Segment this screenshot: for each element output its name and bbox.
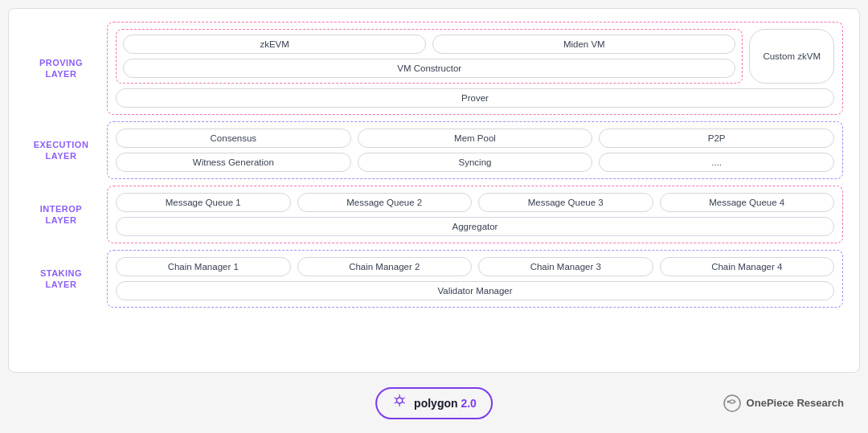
execution-layer-row: EXECUTIONLAYER Consensus Mem Pool P2P Wi… [25,121,843,179]
miden-vm-box: Miden VM [432,35,735,54]
aggregator-box: Aggregator [116,217,834,236]
staking-layer-row: STAKINGLAYER Chain Manager 1 Chain Manag… [25,250,843,308]
execution-row1: Consensus Mem Pool P2P [116,129,834,148]
execution-layer-label: EXECUTIONLAYER [25,139,97,162]
message-queue-1-box: Message Queue 1 [116,193,291,212]
execution-layer-content: Consensus Mem Pool P2P Witness Generatio… [107,121,843,179]
staking-layer-content: Chain Manager 1 Chain Manager 2 Chain Ma… [107,250,843,308]
svg-point-1 [727,400,729,402]
polygon-icon [391,394,407,413]
polygon-badge: polygon 2.0 [375,387,493,419]
chain-manager-2-box: Chain Manager 2 [297,257,473,276]
proving-layer-row: PROVINGLAYER zkEVM Miden VM VM Construct… [25,22,843,115]
polygon-text: polygon 2.0 [414,397,477,410]
footer: polygon 2.0 OnePiece Research [8,381,860,425]
interop-queues-row: Message Queue 1 Message Queue 2 Message … [116,193,834,212]
main-diagram: PROVINGLAYER zkEVM Miden VM VM Construct… [8,8,860,373]
chain-manager-1-box: Chain Manager 1 [116,257,291,276]
execution-row2: Witness Generation Syncing .... [116,153,834,172]
consensus-box: Consensus [116,129,351,148]
chain-managers-row: Chain Manager 1 Chain Manager 2 Chain Ma… [116,257,834,276]
proving-left-group: zkEVM Miden VM VM Constructor [116,29,743,84]
vm-constructor-row: VM Constructor [123,59,735,78]
p2p-box: P2P [599,129,834,148]
interop-layer-label: INTEROPLAYER [25,203,97,227]
syncing-box: Syncing [358,153,593,172]
validator-manager-row: Validator Manager [116,281,834,300]
proving-layer-label: PROVINGLAYER [25,57,97,80]
chain-manager-3-box: Chain Manager 3 [478,257,653,276]
chain-manager-4-box: Chain Manager 4 [660,257,835,276]
staking-layer-label: STAKINGLAYER [25,268,97,291]
onepiece-icon [723,394,742,413]
mem-pool-box: Mem Pool [358,129,593,148]
prover-row: Prover [116,88,834,108]
proving-layer-content: zkEVM Miden VM VM Constructor Custom zkV… [107,22,843,115]
custom-zk-vm-box: Custom zkVM [749,29,834,84]
message-queue-4-box: Message Queue 4 [660,193,835,212]
vm-constructor-box: VM Constructor [123,59,735,78]
onepiece-research-text: OnePiece Research [747,397,844,409]
interop-layer-row: INTEROPLAYER Message Queue 1 Message Que… [25,186,843,243]
proving-top-section: zkEVM Miden VM VM Constructor Custom zkV… [116,29,834,84]
zkevm-box: zkEVM [123,35,426,54]
interop-layer-content: Message Queue 1 Message Queue 2 Message … [107,186,843,243]
validator-manager-box: Validator Manager [116,281,834,300]
message-queue-3-box: Message Queue 3 [478,193,653,212]
witness-generation-box: Witness Generation [116,153,351,172]
ellipsis-box: .... [599,153,834,172]
message-queue-2-box: Message Queue 2 [297,193,473,212]
proving-vms-row: zkEVM Miden VM [123,35,735,54]
prover-box: Prover [116,88,834,108]
aggregator-row: Aggregator [116,217,834,236]
onepiece-research-logo: OnePiece Research [723,394,844,413]
